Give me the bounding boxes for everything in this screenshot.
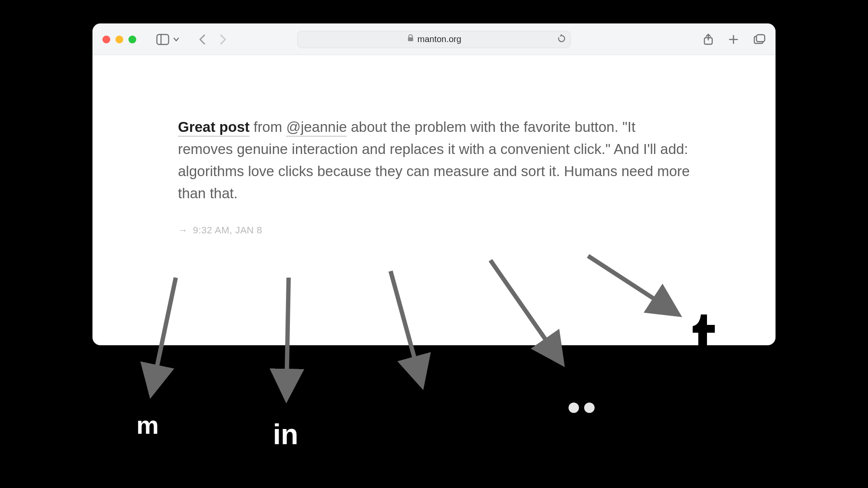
page-content: Great post from @jeannie about the probl…	[93, 55, 775, 236]
window-controls	[102, 36, 136, 43]
forward-button[interactable]	[218, 34, 227, 45]
minimize-window-button[interactable]	[115, 36, 123, 43]
share-button[interactable]	[703, 33, 713, 46]
post-meta[interactable]: → 9:32 AM, JAN 8	[178, 225, 690, 236]
sidebar-menu-chevron-icon[interactable]	[173, 36, 180, 43]
tumblr-icon	[686, 312, 720, 360]
back-button[interactable]	[198, 34, 207, 45]
new-tab-button[interactable]	[728, 34, 739, 45]
svg-rect-2	[408, 37, 413, 41]
post-lead-link[interactable]: Great post	[178, 119, 250, 137]
close-window-button[interactable]	[102, 36, 110, 43]
address-bar[interactable]: manton.org	[297, 31, 571, 48]
svg-rect-0	[157, 34, 169, 44]
mastodon-icon: m	[130, 408, 165, 442]
post-mention-link[interactable]: @jeannie	[286, 119, 347, 137]
svg-rect-7	[756, 35, 765, 42]
lock-icon	[407, 34, 414, 44]
flickr-dot-left	[569, 403, 579, 413]
mastodon-glyph: m	[136, 413, 159, 438]
post-body: Great post from @jeannie about the probl…	[178, 116, 690, 205]
platform-badge-3	[399, 399, 460, 460]
reload-button[interactable]	[557, 34, 566, 45]
browser-window: manton.org Great post from	[92, 23, 776, 345]
flickr-icon	[551, 386, 612, 429]
tab-overview-button[interactable]	[753, 34, 766, 45]
meta-arrow-icon: →	[178, 225, 188, 236]
zoom-window-button[interactable]	[128, 36, 136, 43]
post-timestamp: 9:32 AM, JAN 8	[193, 225, 263, 236]
browser-toolbar: manton.org	[93, 24, 775, 55]
sidebar-toggle-button[interactable]	[156, 34, 169, 45]
post-text-1: from	[250, 119, 286, 135]
flickr-dot-right	[584, 403, 595, 413]
linkedin-icon: in	[266, 416, 305, 455]
linkedin-glyph: in	[273, 420, 299, 449]
url-text: manton.org	[418, 34, 461, 44]
